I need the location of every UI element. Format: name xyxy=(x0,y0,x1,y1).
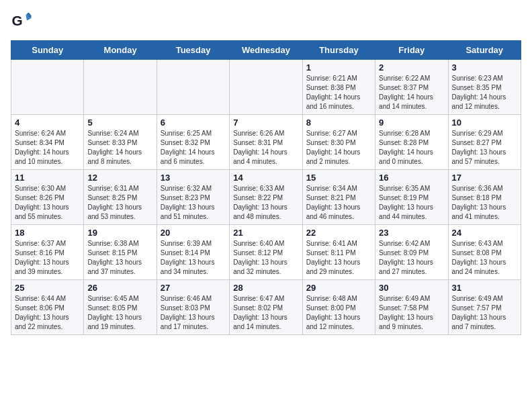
calendar-cell: 22Sunrise: 6:41 AM Sunset: 8:11 PM Dayli… xyxy=(302,225,375,280)
logo: G xyxy=(11,11,35,32)
day-detail: Sunrise: 6:24 AM Sunset: 8:33 PM Dayligh… xyxy=(87,129,152,167)
calendar-cell: 10Sunrise: 6:29 AM Sunset: 8:27 PM Dayli… xyxy=(448,115,521,170)
day-number: 6 xyxy=(161,118,226,128)
calendar-cell: 11Sunrise: 6:30 AM Sunset: 8:26 PM Dayli… xyxy=(11,170,84,225)
calendar-cell: 2Sunrise: 6:22 AM Sunset: 8:37 PM Daylig… xyxy=(375,60,448,115)
day-detail: Sunrise: 6:43 AM Sunset: 8:08 PM Dayligh… xyxy=(452,239,517,277)
day-detail: Sunrise: 6:23 AM Sunset: 8:35 PM Dayligh… xyxy=(452,74,517,111)
day-detail: Sunrise: 6:27 AM Sunset: 8:30 PM Dayligh… xyxy=(306,129,371,167)
calendar-cell: 5Sunrise: 6:24 AM Sunset: 8:33 PM Daylig… xyxy=(84,115,157,170)
day-detail: Sunrise: 6:28 AM Sunset: 8:28 PM Dayligh… xyxy=(379,129,444,167)
day-detail: Sunrise: 6:33 AM Sunset: 8:22 PM Dayligh… xyxy=(233,184,298,222)
day-detail: Sunrise: 6:34 AM Sunset: 8:21 PM Dayligh… xyxy=(306,184,371,222)
calendar-cell: 27Sunrise: 6:46 AM Sunset: 8:03 PM Dayli… xyxy=(157,280,229,335)
day-detail: Sunrise: 6:42 AM Sunset: 8:09 PM Dayligh… xyxy=(379,239,444,277)
day-number: 18 xyxy=(15,228,80,238)
calendar-week-row: 1Sunrise: 6:21 AM Sunset: 8:38 PM Daylig… xyxy=(11,60,521,115)
day-detail: Sunrise: 6:37 AM Sunset: 8:16 PM Dayligh… xyxy=(15,239,80,277)
calendar-cell: 3Sunrise: 6:23 AM Sunset: 8:35 PM Daylig… xyxy=(448,60,521,115)
day-detail: Sunrise: 6:36 AM Sunset: 8:18 PM Dayligh… xyxy=(452,184,517,222)
logo-icon: G xyxy=(11,11,32,32)
day-number: 16 xyxy=(379,173,444,183)
day-number: 29 xyxy=(306,283,371,293)
day-number: 24 xyxy=(452,228,517,238)
day-number: 12 xyxy=(87,173,152,183)
day-detail: Sunrise: 6:45 AM Sunset: 8:05 PM Dayligh… xyxy=(87,294,152,332)
day-detail: Sunrise: 6:25 AM Sunset: 8:32 PM Dayligh… xyxy=(161,129,226,167)
day-detail: Sunrise: 6:46 AM Sunset: 8:03 PM Dayligh… xyxy=(161,294,226,332)
day-number: 21 xyxy=(233,228,298,238)
calendar-cell: 29Sunrise: 6:48 AM Sunset: 8:00 PM Dayli… xyxy=(302,280,375,335)
day-detail: Sunrise: 6:31 AM Sunset: 8:25 PM Dayligh… xyxy=(87,184,152,222)
day-number: 7 xyxy=(233,118,298,128)
calendar-header-row: SundayMondayTuesdayWednesdayThursdayFrid… xyxy=(11,41,521,60)
day-number: 14 xyxy=(233,173,298,183)
calendar-cell: 9Sunrise: 6:28 AM Sunset: 8:28 PM Daylig… xyxy=(375,115,448,170)
calendar-week-row: 11Sunrise: 6:30 AM Sunset: 8:26 PM Dayli… xyxy=(11,170,521,225)
calendar-cell: 14Sunrise: 6:33 AM Sunset: 8:22 PM Dayli… xyxy=(230,170,302,225)
calendar-cell: 7Sunrise: 6:26 AM Sunset: 8:31 PM Daylig… xyxy=(230,115,302,170)
day-detail: Sunrise: 6:48 AM Sunset: 8:00 PM Dayligh… xyxy=(306,294,371,332)
day-detail: Sunrise: 6:22 AM Sunset: 8:37 PM Dayligh… xyxy=(379,74,444,111)
calendar-cell: 26Sunrise: 6:45 AM Sunset: 8:05 PM Dayli… xyxy=(84,280,157,335)
calendar-cell: 15Sunrise: 6:34 AM Sunset: 8:21 PM Dayli… xyxy=(302,170,375,225)
day-number: 22 xyxy=(306,228,371,238)
day-number: 4 xyxy=(15,118,80,128)
calendar-cell: 4Sunrise: 6:24 AM Sunset: 8:34 PM Daylig… xyxy=(11,115,84,170)
day-number: 31 xyxy=(452,283,517,293)
calendar-cell: 12Sunrise: 6:31 AM Sunset: 8:25 PM Dayli… xyxy=(84,170,157,225)
day-number: 2 xyxy=(379,62,444,73)
calendar-cell: 18Sunrise: 6:37 AM Sunset: 8:16 PM Dayli… xyxy=(11,225,84,280)
day-number: 10 xyxy=(452,118,517,128)
day-number: 3 xyxy=(452,62,517,73)
calendar-cell: 17Sunrise: 6:36 AM Sunset: 8:18 PM Dayli… xyxy=(448,170,521,225)
calendar-cell: 31Sunrise: 6:49 AM Sunset: 7:57 PM Dayli… xyxy=(448,280,521,335)
svg-text:G: G xyxy=(12,13,23,28)
day-detail: Sunrise: 6:49 AM Sunset: 7:58 PM Dayligh… xyxy=(379,294,444,332)
day-detail: Sunrise: 6:30 AM Sunset: 8:26 PM Dayligh… xyxy=(15,184,80,222)
calendar-week-row: 4Sunrise: 6:24 AM Sunset: 8:34 PM Daylig… xyxy=(11,115,521,170)
day-number: 25 xyxy=(15,283,80,293)
day-number: 5 xyxy=(87,118,152,128)
calendar-cell: 6Sunrise: 6:25 AM Sunset: 8:32 PM Daylig… xyxy=(157,115,229,170)
day-header-saturday: Saturday xyxy=(448,41,521,60)
calendar-cell: 25Sunrise: 6:44 AM Sunset: 8:06 PM Dayli… xyxy=(11,280,84,335)
day-header-wednesday: Wednesday xyxy=(230,41,302,60)
calendar-cell: 16Sunrise: 6:35 AM Sunset: 8:19 PM Dayli… xyxy=(375,170,448,225)
calendar-cell: 1Sunrise: 6:21 AM Sunset: 8:38 PM Daylig… xyxy=(302,60,375,115)
day-detail: Sunrise: 6:32 AM Sunset: 8:23 PM Dayligh… xyxy=(161,184,226,222)
day-number: 8 xyxy=(306,118,371,128)
calendar-week-row: 25Sunrise: 6:44 AM Sunset: 8:06 PM Dayli… xyxy=(11,280,521,335)
day-number: 13 xyxy=(161,173,226,183)
calendar-table: SundayMondayTuesdayWednesdayThursdayFrid… xyxy=(11,40,521,335)
calendar-cell xyxy=(157,60,229,115)
day-detail: Sunrise: 6:49 AM Sunset: 7:57 PM Dayligh… xyxy=(452,294,517,332)
calendar-cell: 8Sunrise: 6:27 AM Sunset: 8:30 PM Daylig… xyxy=(302,115,375,170)
calendar-cell: 21Sunrise: 6:40 AM Sunset: 8:12 PM Dayli… xyxy=(230,225,302,280)
day-number: 1 xyxy=(306,62,371,73)
day-header-tuesday: Tuesday xyxy=(157,41,229,60)
calendar-cell xyxy=(11,60,84,115)
day-number: 20 xyxy=(161,228,226,238)
day-detail: Sunrise: 6:24 AM Sunset: 8:34 PM Dayligh… xyxy=(15,129,80,167)
calendar-cell: 24Sunrise: 6:43 AM Sunset: 8:08 PM Dayli… xyxy=(448,225,521,280)
day-header-monday: Monday xyxy=(84,41,157,60)
day-number: 19 xyxy=(87,228,152,238)
day-header-sunday: Sunday xyxy=(11,41,84,60)
day-detail: Sunrise: 6:38 AM Sunset: 8:15 PM Dayligh… xyxy=(87,239,152,277)
calendar-cell xyxy=(230,60,302,115)
day-detail: Sunrise: 6:41 AM Sunset: 8:11 PM Dayligh… xyxy=(306,239,371,277)
calendar-cell: 20Sunrise: 6:39 AM Sunset: 8:14 PM Dayli… xyxy=(157,225,229,280)
day-detail: Sunrise: 6:35 AM Sunset: 8:19 PM Dayligh… xyxy=(379,184,444,222)
day-number: 11 xyxy=(15,173,80,183)
calendar-cell: 28Sunrise: 6:47 AM Sunset: 8:02 PM Dayli… xyxy=(230,280,302,335)
day-detail: Sunrise: 6:29 AM Sunset: 8:27 PM Dayligh… xyxy=(452,129,517,167)
calendar-week-row: 18Sunrise: 6:37 AM Sunset: 8:16 PM Dayli… xyxy=(11,225,521,280)
calendar-cell: 19Sunrise: 6:38 AM Sunset: 8:15 PM Dayli… xyxy=(84,225,157,280)
day-detail: Sunrise: 6:26 AM Sunset: 8:31 PM Dayligh… xyxy=(233,129,298,167)
day-detail: Sunrise: 6:47 AM Sunset: 8:02 PM Dayligh… xyxy=(233,294,298,332)
day-number: 28 xyxy=(233,283,298,293)
day-header-thursday: Thursday xyxy=(302,41,375,60)
calendar-cell xyxy=(84,60,157,115)
day-number: 27 xyxy=(161,283,226,293)
